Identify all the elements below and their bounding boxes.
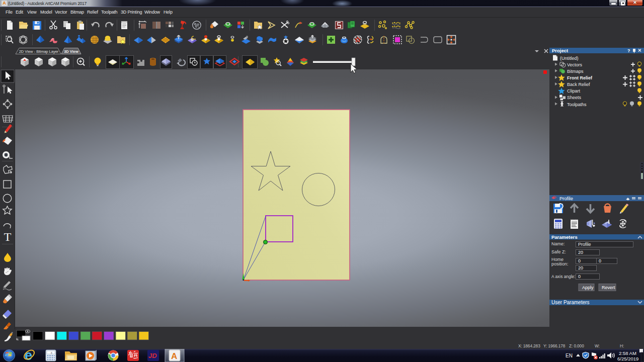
svg-text:Apply: Apply — [582, 285, 594, 290]
svg-text:Safe Z:: Safe Z: — [551, 249, 566, 254]
svg-text:Project: Project — [552, 48, 569, 53]
svg-text:A: A — [171, 351, 177, 361]
svg-text:JD: JD — [148, 352, 157, 359]
svg-text:20: 20 — [578, 265, 583, 270]
svg-text:Front Relief: Front Relief — [567, 75, 593, 80]
svg-text:EN: EN — [566, 353, 573, 358]
svg-text:0: 0 — [578, 258, 581, 263]
svg-text:(Untitled): (Untitled) — [560, 56, 579, 61]
svg-text:Profile: Profile — [578, 242, 591, 247]
svg-text:Revert: Revert — [602, 285, 615, 290]
svg-text:Profile: Profile — [559, 196, 573, 201]
svg-text:Parameters: Parameters — [551, 234, 578, 240]
svg-text:2:58 AM: 2:58 AM — [619, 350, 636, 356]
svg-text:Sheets: Sheets — [567, 95, 582, 100]
svg-text:?: ? — [627, 48, 630, 53]
svg-text:Back Relief: Back Relief — [567, 82, 590, 87]
svg-text:Clipart: Clipart — [567, 88, 581, 94]
svg-text:6/25/2019: 6/25/2019 — [617, 356, 638, 361]
svg-text:Bitmaps: Bitmaps — [567, 69, 584, 74]
svg-text:T: T — [4, 230, 12, 243]
svg-text:2D View - Bitmap Layer: 2D View - Bitmap Layer — [19, 49, 59, 54]
svg-text:Toolpaths: Toolpaths — [567, 102, 587, 107]
svg-text:A axis angle:: A axis angle: — [551, 274, 576, 279]
svg-text:0: 0 — [599, 258, 601, 263]
svg-text:3D View: 3D View — [64, 49, 78, 54]
svg-text:20: 20 — [578, 250, 583, 255]
svg-text:8: 8 — [51, 351, 52, 354]
svg-text:Name:: Name: — [551, 241, 565, 246]
svg-text:0: 0 — [578, 274, 581, 279]
svg-text:User Parameters: User Parameters — [551, 300, 590, 305]
svg-text:position:: position: — [551, 261, 569, 266]
svg-text:Vectors: Vectors — [567, 62, 583, 67]
